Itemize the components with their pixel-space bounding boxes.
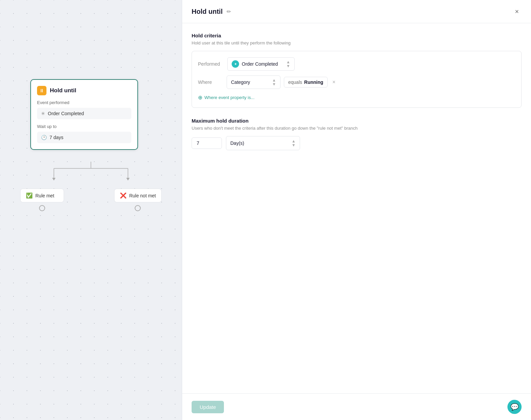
where-row: Where Category ▲ ▼ equals Running × [198,75,515,89]
wait-value: 7 days [49,135,63,140]
card-event-name: Order Completed [48,111,84,116]
wait-up-to-label: Wait up to [37,124,131,129]
update-button[interactable]: Update [192,401,224,413]
performed-row: Performed ✦ Order Completed ▲ ▼ [198,57,515,71]
close-button[interactable]: × [512,7,522,16]
duration-inputs: Day(s) ▲ ▼ [192,136,522,150]
rule-met-circle [39,205,45,211]
running-value: Running [304,79,323,85]
category-arrows-icon: ▲ ▼ [272,78,276,86]
event-select[interactable]: ✦ Order Completed ▲ ▼ [227,57,295,71]
panel-body: Hold criteria Hold user at this tile unt… [182,23,531,393]
equals-badge: equals Running [284,77,328,88]
duration-unit-select[interactable]: Day(s) ▲ ▼ [226,136,300,150]
criteria-box: Performed ✦ Order Completed ▲ ▼ Where Ca… [192,51,522,108]
rule-met-label: Rule met [35,193,54,198]
max-hold-desc: Users who don't meet the criteria after … [192,126,522,131]
svg-marker-3 [52,178,56,181]
pause-icon [37,86,46,95]
rule-not-met-box[interactable]: ❌ Rule not met [114,189,162,202]
duration-unit-arrows-icon: ▲ ▼ [292,139,296,147]
card-event-row: ✳ Order Completed [37,108,131,119]
rule-met-box[interactable]: ✅ Rule met [20,189,64,202]
x-circle-icon: ❌ [120,192,127,199]
max-hold-section: Maximum hold duration Users who don't me… [192,118,522,150]
where-label: Where [198,79,223,85]
hold-criteria-desc: Hold user at this tile until they perfor… [192,40,522,45]
branch-boxes: ✅ Rule met ❌ Rule not met [20,189,162,211]
equals-label: equals [288,79,302,85]
plus-icon: ⊕ [198,94,202,101]
hold-criteria-title: Hold criteria [192,33,522,38]
event-select-icon: ✦ [232,60,239,68]
rule-not-met-circle [135,205,141,211]
add-property-label: Where event property is... [204,95,255,100]
event-performed-label: Event performed [37,100,131,105]
max-hold-title: Maximum hold duration [192,118,522,124]
wait-row: 🕐 7 days [37,132,131,143]
chat-button[interactable]: 💬 [507,400,522,414]
select-arrows-icon: ▲ ▼ [286,60,290,68]
hold-until-card[interactable]: Hold until Event performed ✳ Order Compl… [30,79,138,150]
remove-filter-button[interactable]: × [331,78,337,86]
category-text: Category [231,79,250,85]
rule-not-met-label: Rule not met [129,193,156,198]
card-header: Hold until [37,86,131,95]
category-select[interactable]: Category ▲ ▼ [227,75,280,89]
svg-marker-6 [126,178,130,181]
edit-icon[interactable]: ✏ [227,8,231,15]
check-circle-icon: ✅ [26,192,33,199]
right-panel: Hold until ✏ × Hold criteria Hold user a… [182,0,531,420]
panel-title-row: Hold until ✏ [192,8,231,15]
canvas-area: Hold until Event performed ✳ Order Compl… [0,0,182,420]
panel-title: Hold until [192,8,223,15]
event-sparkle-icon: ✳ [41,111,45,116]
clock-icon: 🕐 [41,135,47,140]
add-property-button[interactable]: ⊕ Where event property is... [198,94,255,101]
rule-met-branch: ✅ Rule met [20,189,64,211]
duration-number-input[interactable] [192,137,222,149]
panel-header: Hold until ✏ × [182,0,531,23]
card-title: Hold until [50,87,76,94]
duration-unit-text: Day(s) [230,140,244,146]
panel-footer: Update 💬 [182,393,531,420]
branch-lines [20,162,162,189]
branches-container: ✅ Rule met ❌ Rule not met [20,162,162,211]
rule-not-met-branch: ❌ Rule not met [114,189,162,211]
chat-icon: 💬 [510,403,519,411]
performed-label: Performed [198,61,223,67]
event-select-text: Order Completed [242,61,284,67]
